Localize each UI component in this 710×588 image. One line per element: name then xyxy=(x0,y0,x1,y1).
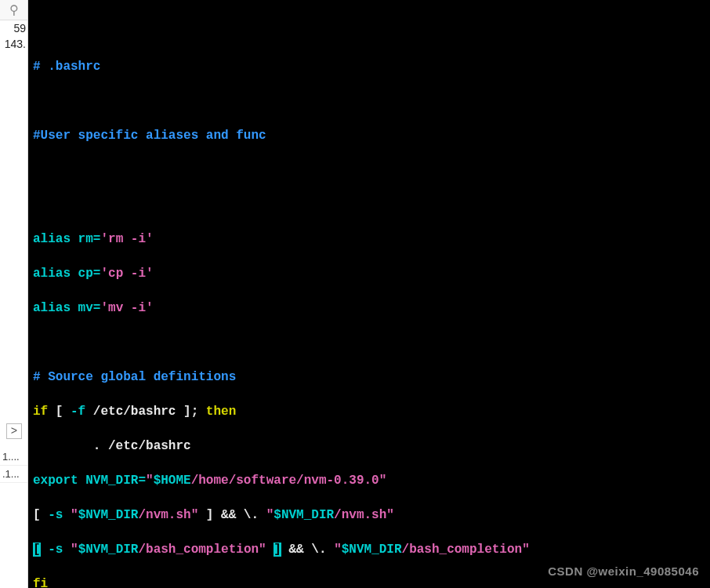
code-line xyxy=(33,93,705,110)
sidebar-bottom-labels: 1.... .1... xyxy=(0,448,27,483)
code-line: [ -s "$NVM_DIR/nvm.sh" ] && \. "$NVM_DIR… xyxy=(33,506,705,524)
sidebar-row-line: 59 xyxy=(0,20,27,36)
code-line: alias rm='rm -i' xyxy=(33,230,705,248)
bracket-highlight: ] xyxy=(273,543,281,557)
code-line: # .bashrc xyxy=(33,58,705,75)
terminal-editor[interactable]: # .bashrc #User specific aliases and fun… xyxy=(28,0,710,588)
code-line: export NVM_DIR="$HOME/home/software/nvm-… xyxy=(33,472,705,489)
sidebar-row-col: 143. xyxy=(0,36,27,52)
code-line: if [ -f /etc/bashrc ]; then xyxy=(33,403,705,420)
code-line xyxy=(33,24,705,41)
expand-arrow-icon[interactable]: > xyxy=(6,423,22,439)
code-line: #User specific aliases and func xyxy=(33,127,705,144)
code-line xyxy=(33,196,705,213)
code-line: alias mv='mv -i' xyxy=(33,299,705,317)
sidebar-label-1: 1.... xyxy=(0,448,27,466)
code-line: . /etc/bashrc xyxy=(33,437,705,455)
sidebar-label-2: .1... xyxy=(0,466,27,483)
code-line: [ -s "$NVM_DIR/bash_completion" ] && \. … xyxy=(33,541,705,558)
bracket-highlight: [ xyxy=(33,543,41,557)
code-line: alias cp='cp -i' xyxy=(33,265,705,282)
watermark: CSDN @weixin_49085046 xyxy=(548,563,699,580)
code-line xyxy=(33,334,705,351)
editor-sidebar: ⚲ 59 143. > 1.... .1... xyxy=(0,0,28,588)
code-line: # Source global definitions xyxy=(33,368,705,386)
code-line xyxy=(33,162,705,179)
magnifier-icon[interactable]: ⚲ xyxy=(0,0,27,20)
